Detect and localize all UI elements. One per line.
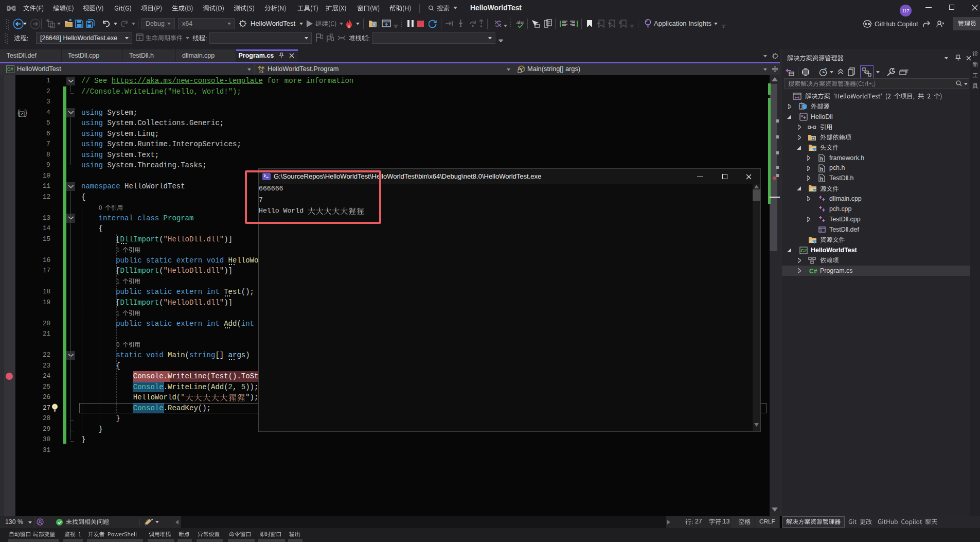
svg-text:abc: abc [516, 20, 524, 25]
svg-text:h: h [820, 166, 823, 171]
svg-text:117: 117 [902, 8, 910, 13]
svg-text:C#: C# [7, 67, 13, 73]
svg-text:C#: C# [801, 248, 807, 253]
svg-text:h: h [820, 155, 823, 161]
svg-text:h: h [820, 176, 823, 182]
svg-text:C#: C# [809, 268, 817, 275]
